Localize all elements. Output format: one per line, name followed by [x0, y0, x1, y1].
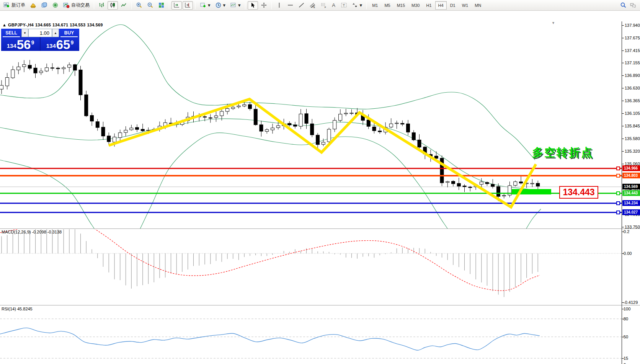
- navigator-button[interactable]: [50, 1, 60, 10]
- sell-button[interactable]: SELL: [1, 29, 21, 37]
- cursor-tool-button[interactable]: [248, 1, 258, 10]
- volume-input[interactable]: 1.00: [28, 29, 52, 37]
- chat-icon[interactable]: [630, 2, 636, 8]
- candle-bullish: [271, 128, 274, 130]
- timeframe-button-mn[interactable]: MN: [472, 1, 484, 10]
- macd-panel-canvas[interactable]: [0, 229, 622, 305]
- bollinger-lower: [0, 133, 541, 229]
- rsi-panel-canvas[interactable]: [0, 306, 622, 364]
- price-axis-tick: [622, 101, 624, 101]
- fibonacci-tool-button[interactable]: F: [318, 1, 329, 10]
- search-icon[interactable]: [620, 2, 627, 8]
- candle-bearish: [209, 118, 212, 119]
- rsi-tick-label: 15: [624, 356, 628, 361]
- candle-bearish: [491, 184, 495, 186]
- candle-bearish: [519, 182, 523, 183]
- dropdown-arrow-icon: ▾: [360, 3, 362, 8]
- zoom-out-button[interactable]: [145, 1, 155, 10]
- candle-bearish: [96, 122, 99, 127]
- sell-price[interactable]: 134 56 9: [1, 37, 41, 51]
- arrows-tool-button[interactable]: ▾: [350, 1, 364, 10]
- volume-decrease-button[interactable]: ▼: [21, 29, 28, 37]
- new-order-button[interactable]: 新订单: [2, 1, 27, 10]
- candle-bearish: [407, 124, 410, 132]
- price-axis-tick: [622, 25, 624, 26]
- candle-bearish: [107, 136, 111, 142]
- sell-price-big: 56: [17, 39, 31, 50]
- candle-bearish: [101, 127, 105, 136]
- candle-bullish: [68, 65, 71, 67]
- indicators-button[interactable]: ▾: [228, 1, 243, 10]
- timeframe-button-m30[interactable]: M30: [408, 1, 423, 10]
- buy-price[interactable]: 134 65 9: [41, 37, 79, 51]
- rsi-tick-label: 80: [624, 317, 628, 321]
- macd-tick-label: -0.4129: [624, 300, 638, 305]
- candle-bearish: [412, 132, 415, 140]
- line-chart-mode-button[interactable]: [119, 1, 129, 10]
- price-axis-tick: [622, 151, 624, 152]
- price-tick-label: 136.105: [625, 111, 640, 116]
- equidistant-channel-tool-button[interactable]: E: [307, 1, 318, 10]
- candlestick-mode-button[interactable]: [108, 1, 118, 10]
- candle-bullish: [299, 114, 302, 126]
- horizontal-line-tool-button[interactable]: [285, 1, 296, 10]
- vertical-line-tool-button[interactable]: [274, 1, 284, 10]
- candle-bearish: [452, 181, 455, 184]
- turning-point-annotation[interactable]: 多空转折点: [532, 145, 593, 160]
- price-callout-box[interactable]: 134.443: [559, 186, 598, 199]
- rsi-tick-label: 0: [624, 362, 626, 364]
- chart-shift-icon: [184, 2, 191, 8]
- chart-shift-button[interactable]: [183, 1, 193, 10]
- candlestick-icon: [109, 2, 116, 8]
- trendline-tool-button[interactable]: [296, 1, 307, 10]
- text-label-tool-button[interactable]: T: [339, 1, 349, 10]
- text-tool-button[interactable]: A: [330, 1, 338, 10]
- history-center-button[interactable]: [28, 1, 38, 10]
- candle-bearish: [469, 187, 472, 188]
- timeframe-button-m15[interactable]: M15: [394, 1, 408, 10]
- autotrading-button[interactable]: 自动交易: [61, 1, 91, 10]
- candle-bullish: [231, 107, 235, 109]
- crosshair-tool-button[interactable]: [259, 1, 269, 10]
- new-chart-button[interactable]: ▾: [198, 1, 212, 10]
- price-axis-tick: [622, 139, 624, 139]
- candle-bullish: [11, 70, 15, 78]
- sell-price-sup: 9: [31, 39, 34, 46]
- candle-bullish: [327, 129, 331, 142]
- candle-bullish: [124, 130, 127, 132]
- price-axis-tick: [622, 113, 624, 114]
- timeframe-button-m1[interactable]: M1: [369, 1, 381, 10]
- market-watch-button[interactable]: [39, 1, 49, 10]
- price-axis-tick: [622, 51, 624, 51]
- zoom-in-icon: [136, 2, 142, 8]
- toolbar-separator: [245, 2, 245, 9]
- price-axis-line[interactable]: [622, 21, 622, 364]
- candle-bullish: [23, 65, 26, 67]
- macd-tick-label: 0.00: [624, 251, 632, 256]
- zoom-in-button[interactable]: [134, 1, 144, 10]
- period-button[interactable]: ▾: [213, 1, 228, 10]
- toolbar-separator: [366, 2, 367, 9]
- fibonacci-icon: F: [320, 2, 327, 8]
- text-tool-icon: A: [332, 2, 335, 8]
- chart-area[interactable]: ▲GBPJPY-,H4134.665134.671134.553134.569 …: [0, 11, 640, 364]
- market-watch-icon: [41, 2, 47, 8]
- buy-button[interactable]: BUY: [59, 29, 79, 37]
- candle-bullish: [531, 183, 534, 184]
- timeframe-button-d1[interactable]: D1: [447, 1, 459, 10]
- timeframe-button-w1[interactable]: W1: [459, 1, 472, 10]
- tile-windows-button[interactable]: [156, 1, 167, 10]
- candle-bullish: [0, 85, 3, 89]
- candle-bearish: [203, 117, 207, 118]
- auto-scroll-button[interactable]: [171, 1, 182, 10]
- timeframe-button-h4[interactable]: H4: [435, 1, 447, 10]
- price-axis-tick: [622, 75, 624, 76]
- bar-chart-mode-button[interactable]: [96, 1, 107, 10]
- timeframe-button-m5[interactable]: M5: [381, 1, 393, 10]
- volume-increase-button[interactable]: ▲: [52, 29, 59, 37]
- price-chart-canvas[interactable]: [0, 21, 622, 229]
- timeframe-button-h1[interactable]: H1: [423, 1, 435, 10]
- candle-bearish: [56, 68, 60, 69]
- candle-bullish: [446, 181, 449, 182]
- tile-windows-icon: [158, 2, 165, 8]
